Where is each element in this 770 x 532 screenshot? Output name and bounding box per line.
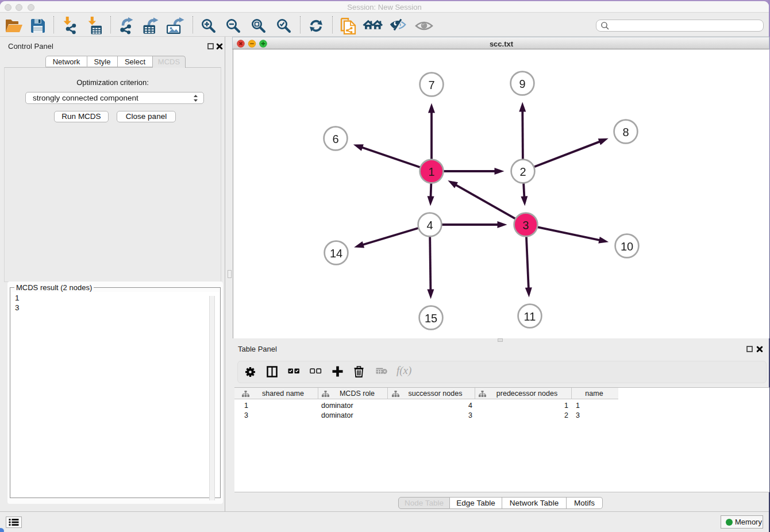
svg-text:14: 14 [330,247,342,260]
svg-text:2: 2 [519,165,526,178]
svg-text:4: 4 [426,219,433,232]
svg-text:9: 9 [519,78,525,90]
svg-text:11: 11 [524,310,536,323]
svg-text:15: 15 [425,312,437,325]
svg-text:3: 3 [522,219,529,232]
svg-text:10: 10 [621,240,633,253]
svg-text:1: 1 [428,165,434,178]
svg-text:8: 8 [622,126,629,138]
svg-text:7: 7 [428,79,434,91]
svg-text:6: 6 [332,133,338,145]
